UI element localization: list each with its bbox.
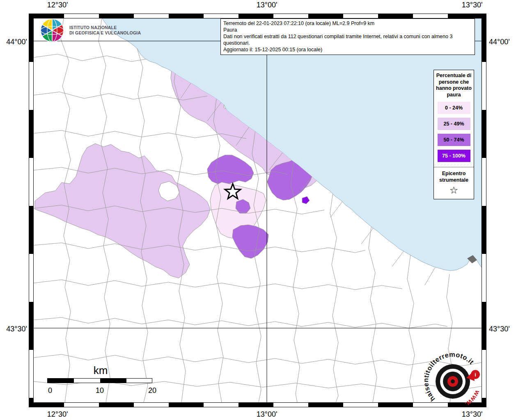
legend-divider	[434, 167, 474, 167]
coord-label-right-44: 44°00'	[489, 38, 516, 46]
legend-epicenter-label: Epicentro strumentale	[436, 171, 472, 183]
event-info-box: Terremoto del 22-01-2023 07:22:10 (ora l…	[220, 18, 475, 55]
event-info-line2: Paura	[223, 27, 472, 33]
coord-label-left-44: 44°00'	[1, 38, 27, 46]
scalebar	[47, 378, 152, 383]
epicenter-star-icon: ☆	[436, 185, 472, 196]
legend-panel: Percentuale di persone che hanno provato…	[433, 70, 474, 199]
legend-class-75-100: 75 - 100%	[438, 150, 470, 162]
ingv-logo: ISTITUTO NAZIONALE DI GEOFISICA E VULCAN…	[39, 17, 141, 43]
ingv-name-line1: ISTITUTO NAZIONALE	[69, 25, 141, 30]
legend-class-25-49: 25 - 49%	[438, 118, 470, 130]
map-frame-left	[29, 14, 34, 407]
hsit-target-center-dot	[451, 379, 455, 383]
coord-label-left-43: 43°30'	[1, 325, 27, 333]
haisentitoilterremoto-logo: i haisentitoilterremoto.it www.	[414, 342, 492, 420]
event-info-line1: Terremoto del 22-01-2023 07:22:10 (ora l…	[223, 20, 472, 27]
coord-label-right-43: 43°30'	[489, 325, 516, 333]
coord-label-top-left: 12°30'	[33, 1, 82, 9]
hsit-info-i: i	[475, 372, 476, 378]
coord-label-top-center: 13°00'	[242, 1, 291, 9]
coord-label-bottom-center: 13°00'	[242, 410, 291, 419]
scalebar-tick-0: 0	[42, 386, 58, 395]
legend-title: Percentuale di persone che hanno provato…	[436, 73, 472, 98]
scalebar-unit-label: km	[74, 364, 127, 377]
coord-label-top-right: 13°30'	[447, 1, 497, 9]
coord-label-bottom-left: 12°30'	[33, 410, 82, 419]
ingv-globe-icon	[39, 17, 65, 43]
scalebar-tick-10: 10	[92, 386, 108, 395]
event-info-line4: Aggiornato il: 15-12-2025 00:15 (ora loc…	[223, 46, 472, 53]
ingv-name-line2: DI GEOFISICA E VULCANOLOGIA	[69, 30, 141, 36]
legend-class-50-74: 50 - 74%	[438, 134, 470, 146]
event-info-line3: Dati non verificati estratti da 112 ques…	[223, 33, 472, 46]
earthquake-felt-map-page: 12°30' 13°00' 13°30' 12°30' 13°00' 13°30…	[0, 0, 516, 420]
scalebar-tick-20: 20	[144, 386, 161, 395]
legend-class-0-24: 0 - 24%	[438, 102, 470, 114]
